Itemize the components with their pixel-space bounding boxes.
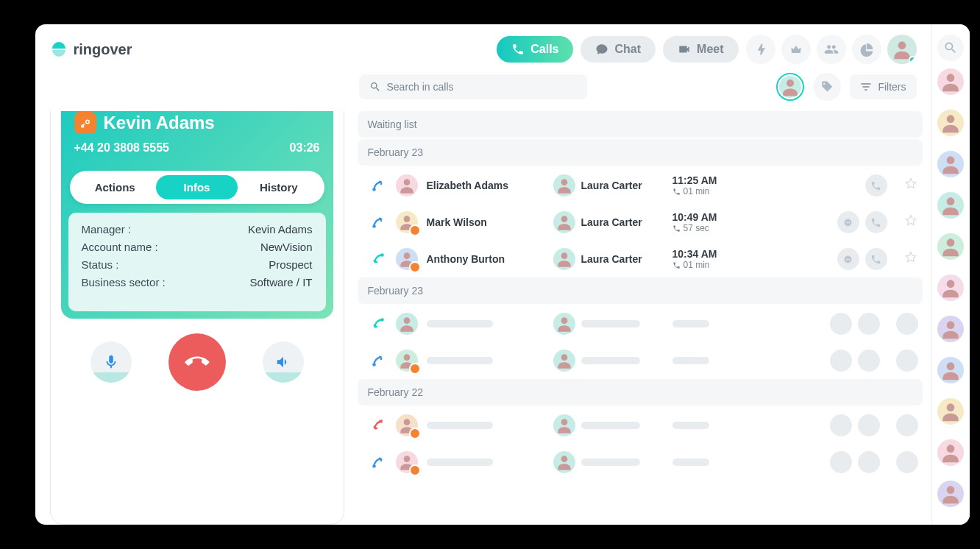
star-button[interactable] [896,451,918,473]
phone-icon [672,188,681,196]
chat-action[interactable] [837,211,859,233]
call-action[interactable] [858,451,880,473]
svg-point-38 [947,403,955,411]
rail-contact[interactable] [937,192,964,219]
rail-contact[interactable] [937,274,964,301]
rail-contact[interactable] [937,357,964,383]
section-header: February 23 [358,277,923,304]
call-action[interactable] [858,414,880,436]
svg-point-13 [403,252,410,259]
svg-point-20 [403,317,410,324]
tab-label: Meet [697,43,723,56]
star-button[interactable] [896,414,918,436]
rail-contact[interactable] [937,233,964,260]
call-action[interactable] [865,211,887,233]
dialer-tab-infos[interactable]: Infos [156,175,238,199]
integration-badge [409,224,421,236]
svg-point-40 [947,486,955,494]
agent-name: Laura Carter [553,248,664,270]
call-row[interactable] [358,444,923,481]
chat-action[interactable] [830,451,852,473]
tab-meet[interactable]: Meet [663,36,738,63]
rail-contact[interactable] [937,316,964,342]
integration-badge [409,464,421,476]
search-input[interactable]: Search in calls [359,74,587,99]
ringover-logo-icon [50,40,68,58]
speaker-button[interactable] [263,341,304,383]
chat-action[interactable] [837,248,859,270]
call-direction-icon [369,250,387,268]
rail-contact[interactable] [937,398,964,425]
section-header: February 23 [358,139,923,166]
logo-text: ringover [74,41,132,58]
call-action[interactable] [865,174,887,196]
svg-point-5 [372,224,376,228]
avatar-icon [779,76,801,98]
avatar-icon [939,317,962,341]
caller-avatar [396,174,418,196]
chat-action[interactable] [830,350,852,372]
avatar-icon [555,351,574,370]
star-button[interactable] [896,313,918,335]
phone-number: +44 20 3808 5555 [74,141,169,155]
search-placeholder: Search in calls [387,81,454,93]
dialer-tab-history[interactable]: History [238,175,319,199]
call-row[interactable] [358,342,923,379]
svg-point-19 [380,318,384,322]
rail-contact[interactable] [937,151,964,177]
active-user-filter[interactable] [776,73,804,101]
rail-contact[interactable] [937,110,964,136]
crown-button[interactable] [781,35,811,64]
call-time [672,357,783,364]
label: Business sector : [82,276,166,288]
star-button[interactable] [896,350,918,372]
tag-filter-button[interactable] [813,73,841,101]
bolt-button[interactable] [746,35,775,64]
value: Software / IT [249,276,312,288]
star-button[interactable] [903,177,918,194]
call-action[interactable] [865,248,887,270]
dialer-tab-actions[interactable]: Actions [74,175,156,199]
call-row[interactable]: Elizabeth AdamsLaura Carter11:25 AM 01 m… [358,167,923,204]
filters-button[interactable]: Filters [850,74,916,99]
rail-search-button[interactable] [937,35,964,61]
profile-avatar[interactable] [887,35,917,64]
avatar-icon [397,176,416,195]
star-button[interactable] [903,250,918,268]
caller-avatar [553,174,575,196]
call-row[interactable]: Anthony BurtonLaura Carter10:34 AM 01 mi… [358,241,923,277]
stats-button[interactable] [852,35,881,64]
video-icon [678,43,691,56]
people-button[interactable] [817,35,846,64]
call-direction-icon [369,315,387,333]
hangup-button[interactable] [168,333,226,391]
app-window: ringover Calls Chat Meet [35,24,970,525]
caller-name: Anthony Burton [427,253,544,265]
phone-icon [672,261,681,269]
call-action[interactable] [858,350,880,372]
caller-avatar [553,451,575,473]
tab-chat[interactable]: Chat [580,36,656,63]
dialer-tabs: Actions Infos History [70,171,324,204]
phone-icon [511,43,525,56]
chat-action[interactable] [830,313,852,335]
rail-contact[interactable] [937,481,964,507]
avatar-icon [939,358,962,382]
mute-button[interactable] [90,341,132,383]
rail-contact[interactable] [937,68,964,95]
call-row[interactable] [358,407,923,444]
tab-calls[interactable]: Calls [497,36,573,63]
svg-point-29 [561,456,567,462]
chat-action[interactable] [830,414,852,436]
contact-details: Manager :Kevin Adams Account name :NewVi… [68,213,326,311]
star-button[interactable] [903,213,918,231]
call-direction-icon [369,213,387,231]
section-header: February 22 [358,379,923,405]
call-row[interactable] [358,305,923,342]
rail-contact[interactable] [937,439,964,466]
call-action[interactable] [858,313,880,335]
call-row[interactable]: Mark WilsonLaura Carter10:49 AM 57 sec [358,204,923,241]
search-icon [943,40,958,55]
toolbar: Search in calls Filters [35,70,931,111]
svg-point-9 [846,222,847,222]
